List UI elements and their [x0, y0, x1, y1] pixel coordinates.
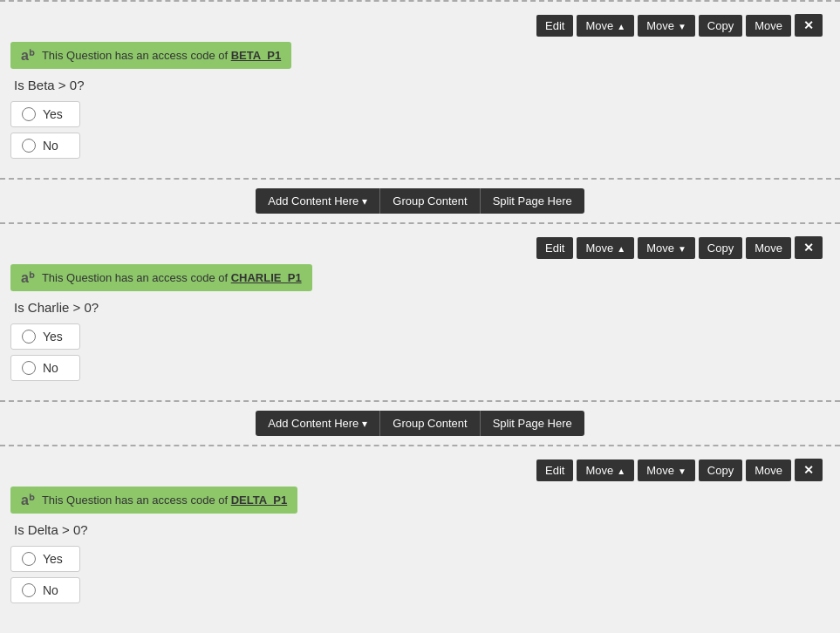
add-content-button-1[interactable]: Add Content Here: [256, 188, 379, 214]
access-code-link-beta[interactable]: BETA_P1: [231, 49, 282, 62]
toolbar-beta: Edit Move Move Copy Move ✕: [10, 9, 830, 42]
copy-button-charlie[interactable]: Copy: [699, 237, 742, 259]
toolbar-charlie: Edit Move Move Copy Move ✕: [10, 231, 830, 264]
radio-yes-charlie[interactable]: [22, 330, 36, 344]
option-no-label-charlie: No: [43, 361, 58, 375]
chevron-down-icon-2: [362, 417, 367, 430]
chevron-down-icon-1: [362, 194, 367, 208]
move-up-button-charlie[interactable]: Move: [577, 237, 634, 259]
banner-text-charlie: This Question has an access code of CHAR…: [42, 271, 302, 284]
banner-text-delta: This Question has an access code of DELT…: [42, 493, 287, 507]
ab-icon-charlie: aᵇ: [21, 269, 35, 286]
action-bar-1: Add Content Here Group Content Split Pag…: [0, 180, 840, 222]
radio-yes-delta[interactable]: [22, 552, 36, 566]
toolbar-delta: Edit Move Move Copy Move ✕: [10, 453, 830, 487]
arrow-up-icon-beta: [617, 19, 625, 32]
option-no-label-beta: No: [43, 139, 58, 153]
edit-button-beta[interactable]: Edit: [536, 15, 573, 37]
split-page-button-1[interactable]: Split Page Here: [480, 188, 584, 214]
question-text-charlie: Is Charlie > 0?: [10, 300, 830, 315]
option-no-label-delta: No: [43, 583, 58, 597]
option-yes-charlie[interactable]: Yes: [10, 323, 80, 350]
option-no-charlie[interactable]: No: [10, 355, 80, 381]
radio-no-delta[interactable]: [22, 583, 36, 597]
move-button-beta[interactable]: Move: [746, 15, 791, 37]
option-yes-delta[interactable]: Yes: [10, 546, 80, 572]
option-yes-label-beta: Yes: [43, 107, 63, 121]
arrow-down-icon-delta: [678, 464, 686, 477]
split-page-button-2[interactable]: Split Page Here: [480, 411, 584, 436]
question-block-delta: Edit Move Move Copy Move ✕ aᵇ This Quest…: [0, 446, 840, 623]
delete-button-beta[interactable]: ✕: [795, 14, 823, 37]
move-down-button-charlie[interactable]: Move: [638, 237, 695, 259]
move-button-delta[interactable]: Move: [746, 459, 791, 481]
arrow-down-icon-charlie: [678, 242, 686, 255]
banner-text-beta: This Question has an access code of BETA…: [42, 49, 281, 62]
copy-button-delta[interactable]: Copy: [699, 459, 742, 481]
question-block-beta: Edit Move Move Copy Move ✕ aᵇ This Quest…: [0, 2, 840, 178]
move-down-button-beta[interactable]: Move: [638, 15, 695, 37]
option-no-delta[interactable]: No: [10, 577, 80, 603]
group-content-button-1[interactable]: Group Content: [379, 188, 479, 214]
add-content-button-2[interactable]: Add Content Here: [256, 411, 379, 436]
question-text-delta: Is Delta > 0?: [10, 522, 830, 537]
access-banner-delta: aᵇ This Question has an access code of D…: [10, 487, 297, 514]
edit-button-charlie[interactable]: Edit: [536, 237, 573, 259]
edit-button-delta[interactable]: Edit: [536, 459, 573, 481]
ab-icon-beta: aᵇ: [21, 47, 35, 64]
access-code-link-charlie[interactable]: CHARLIE_P1: [231, 271, 302, 284]
action-bar-2: Add Content Here Group Content Split Pag…: [0, 402, 840, 445]
copy-button-beta[interactable]: Copy: [699, 15, 742, 37]
option-no-beta[interactable]: No: [10, 133, 80, 159]
access-code-link-delta[interactable]: DELTA_P1: [231, 493, 288, 507]
question-text-beta: Is Beta > 0?: [10, 78, 830, 92]
option-yes-beta[interactable]: Yes: [10, 101, 80, 127]
move-up-button-delta[interactable]: Move: [577, 459, 634, 481]
radio-no-charlie[interactable]: [22, 361, 36, 375]
delete-button-delta[interactable]: ✕: [795, 459, 823, 481]
move-down-button-delta[interactable]: Move: [638, 459, 695, 481]
access-banner-beta: aᵇ This Question has an access code of B…: [10, 42, 291, 69]
arrow-down-icon-beta: [678, 19, 686, 32]
radio-yes-beta[interactable]: [22, 107, 36, 121]
ab-icon-delta: aᵇ: [21, 492, 35, 508]
arrow-up-icon-delta: [617, 464, 625, 477]
move-button-charlie[interactable]: Move: [746, 237, 791, 259]
option-yes-label-delta: Yes: [43, 552, 63, 566]
group-content-button-2[interactable]: Group Content: [379, 411, 479, 436]
radio-no-beta[interactable]: [22, 139, 36, 153]
access-banner-charlie: aᵇ This Question has an access code of C…: [10, 264, 312, 291]
arrow-up-icon-charlie: [617, 242, 625, 255]
question-block-charlie: Edit Move Move Copy Move ✕ aᵇ This Quest…: [0, 224, 840, 400]
delete-button-charlie[interactable]: ✕: [795, 236, 823, 259]
option-yes-label-charlie: Yes: [43, 330, 63, 344]
move-up-button-beta[interactable]: Move: [577, 15, 634, 37]
page-wrapper: Edit Move Move Copy Move ✕ aᵇ This Quest…: [0, 0, 840, 623]
